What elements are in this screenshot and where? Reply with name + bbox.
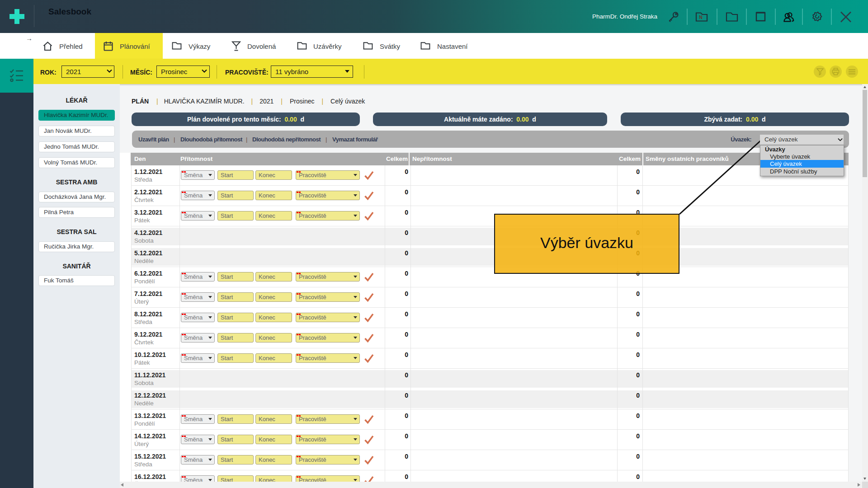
svg-text:N: N xyxy=(699,15,703,20)
